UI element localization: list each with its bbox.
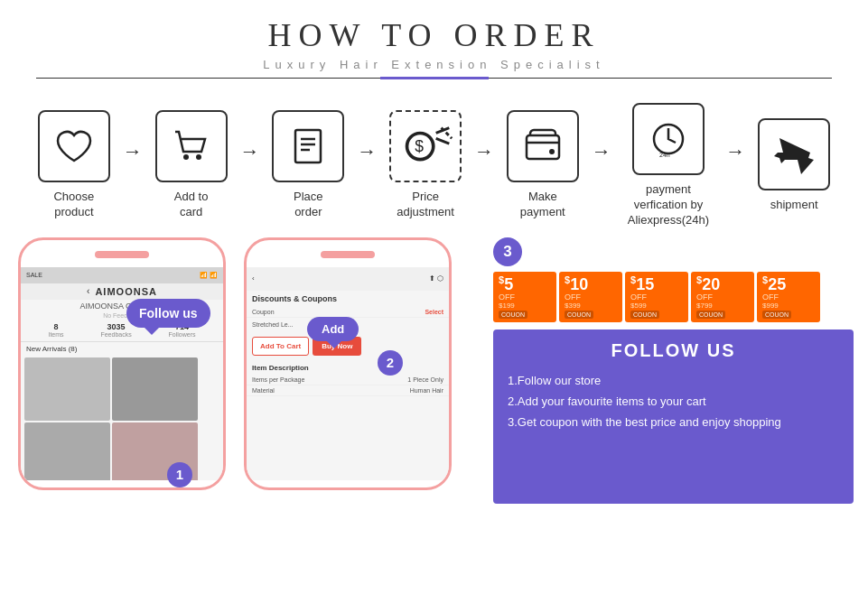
coupon-min: $399: [565, 302, 581, 310]
coupon-strip: $5 OFF $199 COUON $10 OFF $399 COUON $15…: [493, 272, 854, 322]
svg-point-12: [549, 149, 555, 154]
page-title: HOW TO ORDER: [0, 16, 868, 54]
phone2-items-per-package: Items per Package 1 Piece Only: [247, 375, 449, 385]
coupon-code: COUON: [565, 311, 593, 319]
step-label-payment-verification: paymentverfication byAliexpress(24h): [628, 182, 709, 228]
phone2-coupon-row: Coupon Select: [247, 307, 449, 318]
follow-card: FOLLOW US 1.Follow our store2.Add your f…: [493, 329, 854, 504]
right-panel: 3 $5 OFF $199 COUON $10 OFF $399 COUON $…: [479, 237, 868, 504]
follow-card-title: FOLLOW US: [508, 340, 839, 361]
follow-card-list-item: 1.Follow our store: [508, 370, 839, 391]
price-adjustment-icon-box: $: [389, 110, 462, 182]
coupon-item: $5 OFF $199 COUON: [493, 272, 556, 322]
coupon-dollar: $10: [565, 275, 588, 292]
coupon-off: OFF: [565, 292, 581, 302]
svg-text:$: $: [415, 137, 424, 155]
phone1-top-bar: 📶 📶: [200, 272, 218, 279]
payment-verification-icon-box: 24h: [632, 103, 705, 175]
step-label-make-payment: Makepayment: [520, 190, 565, 220]
coupon-item: $20 OFF $799 COUON: [691, 272, 754, 322]
clock-check-icon: 24h: [647, 117, 690, 161]
arrow-2: →: [239, 140, 259, 163]
coupon-min: $199: [499, 302, 515, 310]
add-to-cart-button[interactable]: Add To Cart: [252, 337, 309, 356]
stat-items: 8 Items: [48, 322, 63, 338]
coupon-code: COUON: [762, 311, 791, 319]
follow-card-list: 1.Follow our store2.Add your favourite i…: [508, 370, 839, 433]
phone2-icons: ⬆ ⬡: [429, 274, 443, 283]
phone2-header: ‹ ⬆ ⬡: [247, 267, 449, 291]
add-bubble: Add: [307, 317, 359, 341]
shipment-icon-box: [758, 118, 830, 190]
plane-icon: [772, 133, 816, 176]
coupon-item: $10 OFF $399 COUON: [559, 272, 622, 322]
phone2-select-btn: Select: [425, 309, 443, 315]
stat-feedbacks-label: Feedbacks: [100, 331, 131, 338]
coupon-dollar: $20: [696, 275, 720, 292]
bottom-section: SALE 📶 📶 ‹ AIMOONSA AIMOONSA Club Store …: [0, 237, 868, 504]
phone2-discounts-title: Discounts & Coupons: [247, 291, 449, 307]
make-payment-icon-box: [507, 110, 579, 182]
phone2-mockup: ‹ ⬆ ⬡ Discounts & Coupons Coupon Select …: [244, 237, 452, 490]
svg-point-0: [183, 154, 189, 160]
step-shipment: shipment: [747, 118, 841, 213]
coupon-off: OFF: [499, 292, 515, 302]
phone2-material: Material Human Hair: [247, 385, 449, 396]
back-arrow-icon: ‹: [87, 286, 89, 296]
page-header: HOW TO ORDER Luxury Hair Extension Speci…: [0, 0, 868, 87]
arrow-1: →: [123, 140, 143, 163]
product-thumb-1: [24, 357, 110, 421]
step-label-shipment: shipment: [770, 198, 818, 213]
coupon-min: $599: [630, 302, 647, 310]
divider-line-left: [36, 78, 380, 79]
choose-product-icon-box: [38, 110, 110, 182]
svg-text:24h: 24h: [659, 152, 670, 158]
items-per-package-value: 1 Piece Only: [407, 376, 443, 383]
phone1-logo: AIMOONSA: [95, 286, 157, 297]
wallet-icon: [521, 125, 565, 168]
follow-us-bubble: Follow us: [126, 299, 210, 328]
page-subtitle: Luxury Hair Extension Specialist: [0, 58, 868, 71]
svg-point-1: [196, 154, 201, 160]
step-choose-product: Chooseproduct: [27, 110, 121, 220]
coupon-off: OFF: [696, 292, 713, 302]
product-thumb-3: [24, 422, 110, 480]
follow-card-list-item: 3.Get coupon with the best price and enj…: [508, 412, 839, 432]
coupon-code: COUON: [696, 311, 725, 319]
place-order-icon-box: [272, 110, 344, 182]
coupon-code: COUON: [499, 311, 527, 319]
svg-line-9: [436, 139, 450, 144]
phone2-coupon-label: Coupon: [252, 309, 275, 315]
stat-items-label: Items: [48, 331, 63, 338]
arrow-5: →: [592, 140, 611, 163]
arrow-3: →: [357, 140, 377, 163]
coupon-min: $999: [762, 302, 779, 310]
divider-accent: [380, 77, 489, 79]
svg-rect-11: [527, 135, 559, 159]
step-badge-1: 1: [167, 462, 192, 487]
step-place-order: Placeorder: [261, 110, 355, 220]
coupon-code: COUON: [630, 311, 659, 319]
arrow-4: →: [474, 140, 494, 163]
stat-followers-label: Followers: [169, 331, 196, 338]
arrow-6: →: [725, 140, 745, 163]
step-badge-2: 2: [378, 350, 403, 376]
phone1-products: [21, 356, 223, 480]
price-icon: $: [391, 115, 460, 178]
product-thumb-2: [112, 357, 198, 421]
stat-feedbacks-num: 3035: [100, 322, 131, 331]
heart-icon: [52, 125, 96, 168]
step-price-adjustment: $ Priceadjustment: [378, 110, 472, 220]
phone1-new-arrivals: New Arrivals (8): [21, 342, 223, 356]
phone2-stretched-label: Stretched Le...: [252, 321, 294, 328]
coupon-min: $799: [696, 302, 713, 310]
items-per-package-label: Items per Package: [252, 376, 304, 383]
svg-rect-2: [295, 130, 321, 162]
phone2-item-desc: Item Description: [247, 361, 449, 375]
step-make-payment: Makepayment: [496, 110, 590, 220]
sale-banner: SALE: [26, 272, 42, 278]
header-divider: [36, 77, 832, 79]
phone2-screen: ‹ ⬆ ⬡ Discounts & Coupons Coupon Select …: [247, 267, 449, 480]
step-add-to-card: Add tocard: [145, 110, 238, 220]
coupon-off: OFF: [762, 292, 779, 302]
